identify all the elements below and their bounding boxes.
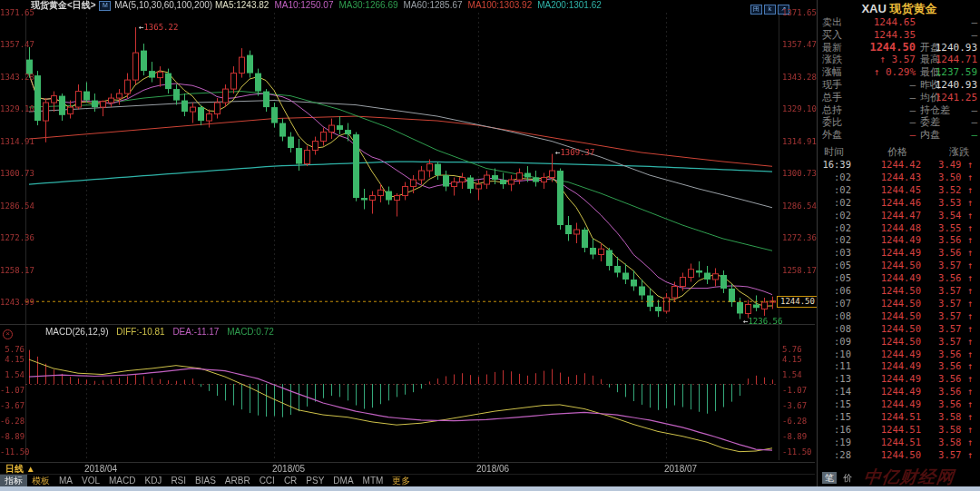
tick-tab-笔[interactable]: 笔 <box>822 472 837 484</box>
macd-tick-label: 5.76 <box>782 346 802 354</box>
price-tick-label: 1371.65 <box>782 9 817 17</box>
quote-label: 外盘 <box>822 129 842 141</box>
tick-row[interactable]: :021244.453.52 ↑ <box>817 184 980 197</box>
quote-value: 1244.65 <box>854 16 916 28</box>
tick-row[interactable]: :101244.493.56 ↑ <box>817 349 980 361</box>
toolbar-item-指标[interactable]: 指标 <box>0 475 27 486</box>
tick-row[interactable]: :071244.503.57 ↑ <box>817 298 980 310</box>
tick-row[interactable]: :281244.503.57 ↑ <box>817 449 980 462</box>
toolbar-item-MA[interactable]: MA <box>54 475 77 486</box>
macd-diff-value: DIFF:-10.81 <box>116 327 164 337</box>
tick-row[interactable]: :161244.513.58 ↑ <box>817 424 980 437</box>
ma-legend-item: MA5:1243.82 <box>215 0 270 10</box>
toolbar-item-CCI[interactable]: CCI <box>255 475 279 486</box>
quote-label: 总手 <box>822 92 842 103</box>
tick-row[interactable]: :141244.493.56 ↑ <box>817 386 980 398</box>
price-tick-label: 1357.47 <box>0 41 24 49</box>
tick-change: 3.56 ↑ <box>927 234 973 246</box>
quote-value: — <box>854 79 916 91</box>
panel-divider <box>0 324 815 325</box>
tick-row[interactable]: :151244.493.56 ↑ <box>817 398 980 411</box>
quote-row: 最新1244.50开盘1240.93 <box>818 42 980 54</box>
toolbar-item-ARBR[interactable]: ARBR <box>220 475 255 486</box>
tick-time: :11 <box>817 360 851 372</box>
tick-time: :05 <box>817 272 851 284</box>
price-tick-label: 1329.10 <box>0 105 24 113</box>
tick-row[interactable]: :061244.503.57 ↑ <box>817 285 980 298</box>
toolbar-item-BIAS[interactable]: BIAS <box>191 475 220 486</box>
toolbar-item-模板[interactable]: 模板 <box>27 475 54 486</box>
tick-row[interactable]: :021244.463.53 ↑ <box>817 197 980 210</box>
quote-value: — <box>925 16 977 28</box>
tick-row[interactable]: :021244.473.54 ↑ <box>817 210 980 222</box>
toolbar-item-DMA[interactable]: DMA <box>328 475 358 486</box>
tick-change: 3.56 ↑ <box>927 349 973 360</box>
tick-row[interactable]: :031244.493.56 ↑ <box>817 247 980 260</box>
quote-row: 涨幅↑ 0.29%最低1237.59 <box>818 66 980 79</box>
indicator-icon[interactable]: M <box>99 1 111 11</box>
tick-row[interactable]: :131244.493.56 ↑ <box>817 373 980 386</box>
indicator-toolbar: 指标模板MAVOLMACDKDJRSIBIASARBRCCICRPSYDMAMT… <box>0 474 815 487</box>
macd-tick-label: -6.28 <box>782 417 807 426</box>
chart-header: 现货黄金<日线> M MA(5,10,30,60,100,200) MA5:12… <box>0 0 817 12</box>
quote-row: 卖出1244.65— <box>818 16 980 29</box>
toolbar-item-PSY[interactable]: PSY <box>301 475 328 486</box>
price-tick-label: 1343.28 <box>782 74 817 82</box>
tick-row[interactable]: :021244.483.55 ↑ <box>817 222 980 235</box>
tick-row[interactable]: :021244.493.56 ↑ <box>817 234 980 247</box>
quote-label: 卖出 <box>822 16 842 28</box>
tick-row[interactable]: :081244.503.57 ↑ <box>817 323 980 336</box>
macd-tick-label: 1.54 <box>0 371 24 379</box>
tick-change: 3.58 ↑ <box>927 424 973 436</box>
tick-price: 1244.51 <box>871 411 921 423</box>
price-tick-label: 1286.54 <box>0 202 24 211</box>
ma-legend: MA5:1243.82MA10:1250.07MA30:1266.69MA60:… <box>215 0 607 10</box>
price-tick-label: 1343.28 <box>0 74 24 82</box>
toolbar-item-MTM[interactable]: MTM <box>358 475 388 486</box>
quote-label: 最新 <box>822 42 842 54</box>
toolbar-item-VOL[interactable]: VOL <box>77 475 104 486</box>
tick-price: 1244.51 <box>871 437 921 448</box>
quote-value: ↑ 3.57 <box>854 54 916 65</box>
tick-row[interactable]: :051244.503.57 ↑ <box>817 260 980 272</box>
tick-time: :15 <box>817 411 851 423</box>
tick-row[interactable]: :191244.513.58 ↑ <box>817 437 980 449</box>
tick-time: :06 <box>817 285 851 297</box>
peak-annotation: ←1309.37 <box>555 149 594 157</box>
tick-change: 3.57 ↑ <box>927 298 973 309</box>
grid-icon[interactable]: 田 <box>750 5 762 15</box>
tick-time: :13 <box>817 373 851 385</box>
tick-change: 3.56 ↑ <box>927 272 973 284</box>
tick-time: :05 <box>817 260 851 271</box>
tick-row[interactable]: :151244.513.58 ↑ <box>817 411 980 424</box>
tick-row[interactable]: :091244.503.57 ↑ <box>817 336 980 349</box>
toolbar-item-更多[interactable]: 更多 <box>387 475 415 486</box>
toolbar-item-MACD[interactable]: MACD <box>104 475 140 486</box>
window-edge-strip <box>0 486 980 491</box>
quote-value: 1241.25 <box>925 92 977 103</box>
quote-value: 1240.93 <box>925 79 977 91</box>
tick-row[interactable]: :051244.493.56 ↑ <box>817 272 980 285</box>
tick-time: :16 <box>817 424 851 436</box>
toolbar-item-RSI[interactable]: RSI <box>166 475 191 486</box>
tick-row[interactable]: :081244.503.57 ↑ <box>817 310 980 323</box>
macd-tick-label: -8.89 <box>0 433 24 441</box>
tick-row[interactable]: :021244.433.50 ↑ <box>817 172 980 184</box>
tick-tab-价[interactable]: 价 <box>840 472 855 484</box>
tick-time: :10 <box>817 349 851 360</box>
quote-title: XAU 现货黄金 <box>818 1 980 17</box>
tick-time: :03 <box>817 247 851 259</box>
toolbar-item-CR[interactable]: CR <box>279 475 301 486</box>
kline-icon[interactable]: k <box>764 5 776 15</box>
tick-row[interactable]: 16:391244.423.49 ↑ <box>817 159 980 172</box>
tick-row[interactable]: :111244.493.56 ↑ <box>817 360 980 373</box>
tick-price: 1244.50 <box>871 336 921 348</box>
price-tick-label: 1286.54 <box>782 202 817 211</box>
last-price-tag: 1244.50 <box>777 296 818 308</box>
price-tick-label: 1272.36 <box>782 234 817 242</box>
toolbar-item-KDJ[interactable]: KDJ <box>140 475 166 486</box>
quote-value: 1244.50 <box>854 42 916 54</box>
time-axis: 日线 ▲ 2018/042018/052018/062018/07 <box>0 464 815 474</box>
macd-formula[interactable]: MACD(26,12,9) <box>45 327 108 337</box>
tick-price: 1244.49 <box>871 349 921 360</box>
